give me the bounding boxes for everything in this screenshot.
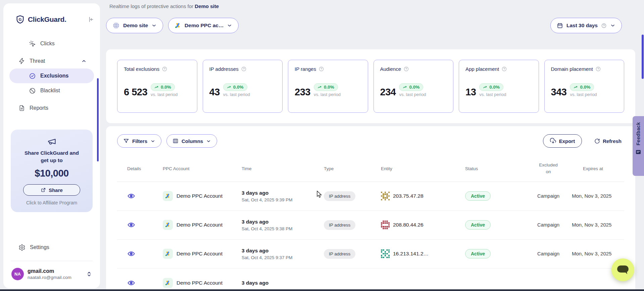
ban-icon (29, 87, 36, 94)
column-header-expires-at: Expires at (570, 166, 624, 171)
sidebar-item-settings[interactable]: Settings (9, 240, 94, 255)
help-circle-icon[interactable] (403, 66, 409, 72)
google-ads-icon (163, 191, 173, 201)
stat-label: Total exclusions (124, 66, 159, 72)
table-header-row: Details PPC Account Time Type Entity Sta… (117, 148, 624, 182)
sidebar-item-label: Blacklist (40, 88, 60, 94)
filter-bar: Demo site Demo PPC ac… (106, 18, 635, 33)
chat-bubble-icon (616, 265, 629, 275)
stat-card-ip-ranges: IP ranges 233 0.0% vs. last period (288, 60, 368, 113)
table-toolbar: Filters Columns Export (117, 134, 624, 148)
columns-icon (172, 138, 179, 144)
site-selector[interactable]: Demo site (106, 18, 163, 33)
columns-button[interactable]: Columns (166, 134, 217, 148)
sidebar-item-blacklist[interactable]: Blacklist (9, 83, 94, 98)
time-absolute: Sat, Oct 4, 2025 9:38 PM (242, 226, 320, 231)
chat-launcher-button[interactable] (611, 258, 634, 281)
stat-compare-label: vs. last period (223, 92, 250, 97)
brand: G ClickGuard. (9, 15, 94, 24)
help-circle-icon[interactable] (162, 66, 167, 72)
sidebar-item-exclusions[interactable]: Exclusions (9, 68, 94, 83)
sidebar-collapse-icon[interactable] (87, 16, 94, 23)
svg-text:G: G (18, 17, 21, 21)
help-circle-icon[interactable] (501, 66, 507, 72)
entity-value: 208.80.44.26 (393, 222, 424, 228)
column-header-ppc-account: PPC Account (153, 166, 233, 171)
google-ads-icon (163, 278, 173, 288)
refresh-button[interactable]: Refresh (594, 138, 622, 144)
stat-label: IP addresses (209, 66, 239, 72)
time-relative: 3 days ago (242, 280, 320, 286)
sidebar-scrollbar-thumb[interactable] (97, 78, 99, 161)
promo-title: Share ClickGuard and get up to (16, 149, 87, 164)
stat-value: 6 523 (124, 87, 147, 97)
main-content: Realtime logs of protective actions for … (106, 0, 635, 291)
calendar-icon (557, 22, 563, 29)
help-circle-icon[interactable] (595, 66, 601, 72)
feedback-tab[interactable]: Feedback (633, 116, 644, 176)
view-details-button[interactable] (127, 221, 153, 229)
globe-icon (112, 22, 120, 29)
export-button[interactable]: Export (543, 134, 582, 148)
stat-compare-label: vs. last period (314, 92, 341, 97)
page-subtitle: Realtime logs of protective actions for … (109, 3, 635, 9)
page-scrollbar-thumb[interactable] (642, 35, 644, 79)
stat-delta-badge: 0.0% (314, 83, 338, 91)
avatar: NA (11, 268, 24, 280)
ppc-account-selector[interactable]: Demo PPC ac… (168, 18, 239, 33)
funnel-icon (123, 138, 129, 144)
view-details-button[interactable] (127, 279, 153, 287)
external-link-icon (41, 187, 46, 193)
excluded-on-value: Campaign (537, 222, 559, 228)
sidebar-item-clicks[interactable]: Clicks (9, 36, 94, 51)
entity-identicon (381, 221, 390, 229)
window-bottom-edge (0, 289, 644, 291)
ppc-account-name: Demo PPC Account (177, 193, 222, 199)
ppc-account-name: Demo PPC Account (177, 251, 222, 257)
stat-value: 13 (465, 87, 476, 97)
ppc-account-name: Demo PPC Account (177, 222, 222, 228)
date-range-label: Last 30 days (566, 22, 598, 29)
page-subtitle-site: Demo site (195, 3, 219, 9)
stat-compare-label: vs. last period (399, 92, 426, 97)
chevron-up-icon (81, 58, 87, 64)
view-details-button[interactable] (127, 250, 153, 258)
promo-amount: $10,000 (16, 168, 87, 179)
date-range-selector[interactable]: Last 30 days (550, 18, 622, 33)
columns-button-label: Columns (182, 138, 203, 144)
time-relative: 3 days ago (242, 219, 320, 225)
excluded-on-value: Campaign (537, 251, 559, 256)
column-header-time: Time (233, 166, 320, 171)
gear-icon (18, 244, 26, 251)
feedback-form-icon (636, 149, 641, 155)
expires-at-value: Mon, Nov 3, 2025 (572, 251, 611, 256)
entity-value: 16.213.141.2… (393, 251, 429, 257)
account-switcher[interactable]: NA gmail.com naatali.ro@gmail.com (9, 265, 94, 282)
table-row-partial: Demo PPC Account 3 days ago (117, 269, 624, 291)
chevrons-up-down-icon (86, 271, 92, 277)
sidebar-item-reports[interactable]: Reports (9, 101, 94, 115)
view-details-button[interactable] (127, 192, 153, 200)
sidebar-item-label: Reports (30, 105, 48, 111)
google-ads-icon (163, 220, 173, 230)
filters-button[interactable]: Filters (117, 134, 161, 148)
stat-label: Audience (380, 66, 401, 72)
affiliate-link[interactable]: Click to Affiliate Program (16, 200, 87, 205)
stat-delta-badge: 0.0% (399, 83, 423, 91)
document-icon (18, 105, 25, 111)
entity-value: 203.75.47.28 (393, 193, 424, 199)
cloud-download-icon (550, 138, 556, 144)
google-ads-icon (175, 22, 181, 29)
stat-compare-label: vs. last period (570, 92, 597, 97)
stat-value: 233 (295, 87, 310, 97)
sidebar-item-threat[interactable]: Threat (9, 54, 94, 68)
share-button[interactable]: Share (23, 184, 80, 196)
account-name: gmail.com (28, 268, 71, 274)
status-badge: Active (465, 249, 491, 258)
help-circle-icon[interactable] (241, 66, 247, 72)
expires-at-value: Mon, Nov 3, 2025 (572, 193, 611, 199)
ppc-account-name: Demo PPC Account (177, 280, 222, 286)
status-badge: Active (465, 220, 491, 230)
help-circle-icon[interactable] (318, 66, 324, 72)
chevron-down-icon (150, 139, 155, 144)
